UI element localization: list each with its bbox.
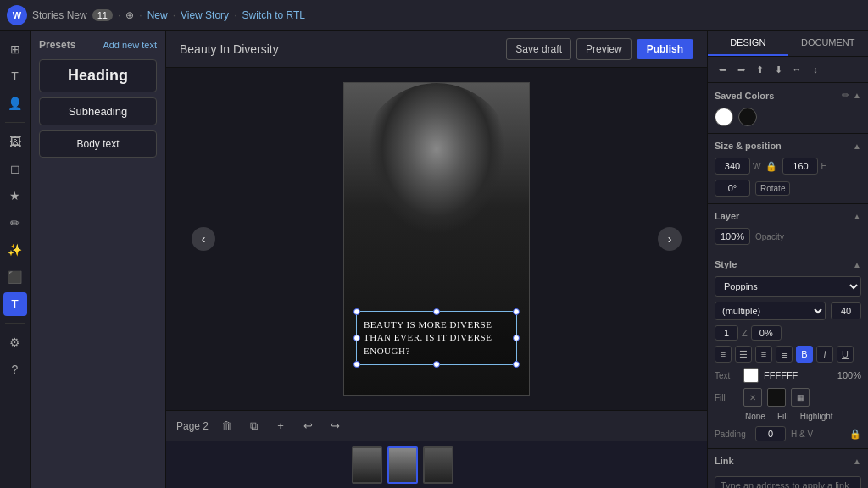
sidebar-icon-text[interactable]: T xyxy=(3,64,27,88)
add-page-icon[interactable]: + xyxy=(271,417,290,435)
style-header: Style ▲ xyxy=(715,259,861,269)
align-left-icon[interactable]: ⬅ xyxy=(715,62,730,77)
resize-handle-bl[interactable] xyxy=(353,361,360,368)
bold-btn[interactable]: B xyxy=(796,346,813,363)
canvas-viewport[interactable]: ‹ › Beauty is more diverse than ever. Is… xyxy=(166,68,707,410)
font-weight-size-row: (multiple) xyxy=(715,302,861,320)
font-size-input[interactable] xyxy=(831,302,861,319)
body-text-preset-button[interactable]: Body text xyxy=(39,130,157,158)
delete-page-icon[interactable]: 🗑 xyxy=(217,417,236,435)
layer-section: Layer ▲ Opacity xyxy=(708,204,868,252)
rp-toolbar: ⬅ ➡ ⬆ ⬇ ↔ ↕ xyxy=(708,57,868,83)
new-link[interactable]: New xyxy=(147,9,168,21)
link-input[interactable] xyxy=(715,476,861,488)
wp-logo-icon[interactable]: W xyxy=(7,5,27,25)
sidebar-icon-filter[interactable]: ⬛ xyxy=(3,265,27,289)
view-story-link[interactable]: View Story xyxy=(181,9,229,21)
text-color-row: Text FFFFFF 100% xyxy=(715,368,861,383)
padding-lock-icon[interactable]: 🔒 xyxy=(849,429,861,440)
saved-colors-collapse-icon[interactable]: ▲ xyxy=(853,91,861,100)
story-card[interactable]: Beauty is more diverse than ever. Is it … xyxy=(343,82,530,396)
fill-black-button[interactable] xyxy=(767,388,786,407)
height-input[interactable] xyxy=(782,158,818,175)
resize-handle-rm[interactable] xyxy=(513,335,520,341)
tab-document[interactable]: DOCUMENT xyxy=(788,30,869,56)
underline-btn[interactable]: U xyxy=(837,346,854,363)
add-new-text-link[interactable]: Add new text xyxy=(103,40,157,50)
distribute-h-icon[interactable]: ↔ xyxy=(789,62,804,77)
sidebar-icon-stickers[interactable]: ★ xyxy=(3,184,27,208)
undo-icon[interactable]: ↩ xyxy=(298,417,317,435)
align-top-icon[interactable]: ⬆ xyxy=(752,62,767,77)
save-draft-button[interactable]: Save draft xyxy=(506,38,571,60)
notif-count-badge[interactable]: 11 xyxy=(92,9,113,21)
fill-highlight-button[interactable]: ▦ xyxy=(791,388,810,407)
text-color-swatch[interactable] xyxy=(743,368,759,383)
align-bottom-icon[interactable]: ⬇ xyxy=(771,62,786,77)
height-label: H xyxy=(821,162,826,171)
sidebar-icon-pen[interactable]: ✏ xyxy=(3,211,27,235)
publish-button[interactable]: Publish xyxy=(637,39,693,59)
align-right-btn[interactable]: ≡ xyxy=(755,346,772,363)
redo-icon[interactable]: ↪ xyxy=(326,417,344,435)
heading-preset-button[interactable]: Heading xyxy=(39,59,157,92)
letter-spacing-pct-input[interactable] xyxy=(751,325,782,341)
link-header: Link ▲ xyxy=(715,456,861,466)
resize-handle-tr[interactable] xyxy=(513,308,520,315)
rotate-button[interactable]: Rotate xyxy=(755,181,790,196)
add-color-icon[interactable]: ✏ xyxy=(842,90,849,101)
page-thumb-2[interactable] xyxy=(387,446,418,484)
page-thumb-3[interactable] xyxy=(423,446,453,484)
resize-handle-br[interactable] xyxy=(513,361,520,368)
presets-panel: Presets Add new text Heading Subheading … xyxy=(31,30,166,488)
sidebar-icon-grid[interactable]: ⊞ xyxy=(3,37,27,61)
sidebar-divider2 xyxy=(5,323,25,324)
sidebar-icon-settings[interactable]: ⚙ xyxy=(3,330,27,354)
sidebar-icon-shapes[interactable]: ◻ xyxy=(3,157,27,180)
resize-handle-tl[interactable] xyxy=(353,308,360,315)
fill-none-button[interactable]: ✕ xyxy=(743,388,762,407)
tab-design[interactable]: DESIGN xyxy=(708,30,788,56)
top-bar: W Stories New 11 · ⊕ · New · View Story … xyxy=(0,0,868,30)
align-justify-btn[interactable]: ≣ xyxy=(776,346,793,363)
opacity-input[interactable] xyxy=(715,228,750,245)
text-color-opacity: 100% xyxy=(837,370,861,380)
sidebar-icon-effects[interactable]: ✨ xyxy=(3,238,27,262)
page-thumb-1[interactable] xyxy=(352,446,382,484)
page-label: Page 2 xyxy=(176,420,209,432)
lock-icon[interactable]: 🔒 xyxy=(765,161,777,172)
prev-page-arrow[interactable]: ‹ xyxy=(192,227,215,251)
text-element[interactable]: Beauty is more diverse than ever. Is it … xyxy=(356,311,517,365)
swatch-black[interactable] xyxy=(738,108,757,126)
align-right-icon[interactable]: ➡ xyxy=(733,62,748,77)
resize-handle-bm[interactable] xyxy=(433,361,440,368)
subheading-preset-button[interactable]: Subheading xyxy=(39,97,157,125)
italic-btn[interactable]: I xyxy=(816,346,833,363)
padding-input[interactable] xyxy=(755,426,786,441)
link-collapse-icon[interactable]: ▲ xyxy=(853,457,861,466)
layer-collapse-icon[interactable]: ▲ xyxy=(853,212,861,221)
preview-button[interactable]: Preview xyxy=(576,38,632,60)
sidebar-icon-text-active[interactable]: T xyxy=(3,292,27,316)
size-position-collapse-icon[interactable]: ▲ xyxy=(853,141,861,151)
switch-rtl-link[interactable]: Switch to RTL xyxy=(242,9,304,21)
size-position-section: Size & position ▲ W 🔒 H Rota xyxy=(708,134,868,204)
resize-handle-tm[interactable] xyxy=(433,308,440,315)
align-left-btn[interactable]: ≡ xyxy=(715,346,732,363)
width-input[interactable] xyxy=(715,158,750,175)
align-center-btn[interactable]: ☰ xyxy=(735,346,752,363)
font-weight-select[interactable]: (multiple) xyxy=(715,302,826,320)
resize-handle-lm[interactable] xyxy=(353,335,360,341)
sidebar-icon-person[interactable]: 👤 xyxy=(3,92,27,115)
next-page-arrow[interactable]: › xyxy=(658,227,682,251)
rotate-input[interactable] xyxy=(715,180,750,197)
font-family-select[interactable]: Poppins xyxy=(715,276,861,297)
sidebar-icon-help[interactable]: ? xyxy=(3,358,27,381)
distribute-v-icon[interactable]: ↕ xyxy=(808,62,823,77)
layer-header: Layer ▲ xyxy=(715,211,861,221)
letter-spacing-input[interactable] xyxy=(715,325,738,341)
swatch-white[interactable] xyxy=(715,108,733,126)
sidebar-icon-image[interactable]: 🖼 xyxy=(3,130,27,153)
style-collapse-icon[interactable]: ▲ xyxy=(853,260,861,269)
duplicate-page-icon[interactable]: ⧉ xyxy=(244,417,263,435)
